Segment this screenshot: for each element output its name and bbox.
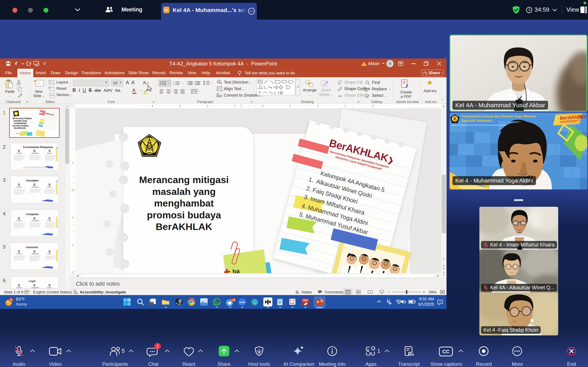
svg-text:Contoh: Contoh	[16, 253, 22, 255]
svg-text:P: P	[317, 300, 319, 304]
svg-text:Kompeten: Kompeten	[26, 213, 39, 216]
svg-text:Contoh: Contoh	[16, 152, 22, 154]
svg-text:A: A	[143, 80, 146, 85]
svg-text:2: 2	[10, 298, 12, 301]
svg-text:1: 1	[72, 243, 73, 247]
svg-text:Beriorientasi Pelayanan: Beriorientasi Pelayanan	[23, 146, 53, 149]
svg-text:2: 2	[72, 270, 73, 273]
svg-text:z: z	[440, 300, 441, 303]
svg-text:Solusi: Solusi	[47, 287, 52, 289]
svg-text:1: 1	[72, 189, 73, 192]
svg-text:4: 4	[151, 104, 153, 108]
svg-text:ab: ab	[364, 87, 367, 89]
svg-text:3: 3	[179, 104, 181, 108]
svg-text:Contoh: Contoh	[16, 220, 22, 222]
svg-text:2: 2	[72, 161, 73, 164]
svg-text:Merancang mitigasi: Merancang mitigasi	[13, 117, 32, 119]
svg-text:BerAKHLAK: BerAKHLAK	[14, 127, 26, 129]
svg-text:Contoh: Contoh	[16, 186, 22, 188]
svg-text:Solusi: Solusi	[47, 220, 52, 222]
svg-text:Hambatan: Hambatan	[31, 152, 39, 154]
svg-text:Contoh: Contoh	[16, 287, 22, 289]
svg-text:1: 1	[234, 104, 236, 108]
svg-text:z: z	[441, 300, 442, 302]
svg-text:masalah yang: masalah yang	[13, 120, 27, 122]
svg-text:1: 1	[289, 104, 291, 108]
svg-text:Solusi: Solusi	[47, 186, 52, 188]
svg-text:0: 0	[72, 216, 73, 219]
svg-text:zoom: zoom	[239, 301, 245, 303]
svg-text:2: 2	[317, 104, 318, 108]
svg-text:0: 0	[262, 104, 263, 108]
svg-text:2: 2	[207, 104, 208, 108]
svg-text:promosi budaya: promosi budaya	[13, 125, 29, 127]
svg-text:Hambatan: Hambatan	[31, 186, 39, 188]
svg-text:3: 3	[173, 84, 174, 85]
svg-text:..74: ..74	[231, 299, 235, 301]
svg-text:Loyal: Loyal	[29, 280, 35, 283]
svg-text:Republik Indonesia: Republik Indonesia	[461, 119, 493, 122]
svg-text:A: A	[132, 88, 136, 93]
svg-text:4: 4	[372, 104, 373, 108]
svg-text:Solusi: Solusi	[47, 253, 52, 255]
svg-text:Kementerian Energi dan Sumber: Kementerian Energi dan Sumber Daya Miner…	[461, 114, 535, 118]
svg-text:Hambatan: Hambatan	[31, 253, 39, 255]
svg-text:Hambatan: Hambatan	[31, 220, 39, 222]
svg-text:Akuntabel: Akuntabel	[26, 179, 39, 182]
svg-text:Harmonis: Harmonis	[26, 246, 38, 249]
svg-text:menghambat: menghambat	[14, 122, 27, 124]
svg-text:Solusi: Solusi	[47, 152, 52, 154]
svg-text:3: 3	[345, 104, 346, 108]
svg-text:Hambatan: Hambatan	[31, 287, 39, 289]
svg-text:ac: ac	[364, 89, 367, 92]
svg-text:PDF: PDF	[303, 299, 308, 301]
svg-text:CC: CC	[442, 349, 450, 354]
